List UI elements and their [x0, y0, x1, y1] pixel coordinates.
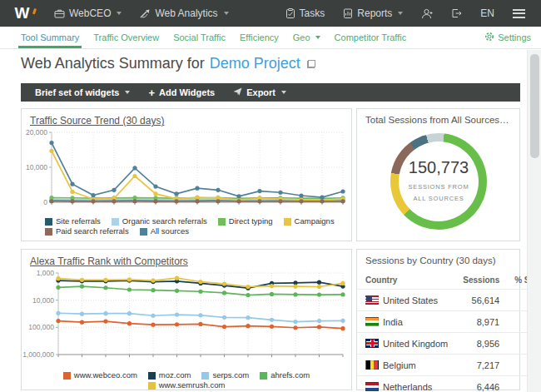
tasks-icon: [285, 8, 295, 18]
export-dropdown[interactable]: Export: [224, 83, 295, 102]
add-widgets-label: Add Widgets: [159, 87, 215, 97]
legend-swatch: [112, 218, 119, 226]
navbar-right: Tasks Reports EN: [278, 0, 541, 27]
table-row: Belgium7,2178.18%: [357, 355, 541, 376]
alexa-rank-chart: 1,00010,000100,0001,000,000: [22, 268, 348, 366]
tab-label: Efficiency: [240, 32, 279, 42]
legend-swatch: [260, 372, 267, 380]
logout-icon: [451, 8, 462, 18]
legend-item[interactable]: Direct typing: [218, 216, 273, 226]
traffic-source-trend-chart: 20,00010,0000: [22, 127, 348, 212]
legend-label: moz.com: [159, 370, 191, 380]
page-title-text: Web Analytics Summary for: [21, 55, 205, 72]
us-flag-icon: [365, 295, 379, 305]
reports-label: Reports: [357, 7, 392, 19]
legend-swatch: [218, 218, 226, 226]
widget-set-label: Brief set of widgets: [35, 87, 119, 97]
chart-legend: www.webceo.commoz.comserps.comahrefs.com…: [22, 370, 351, 390]
legend-item[interactable]: All sources: [140, 226, 189, 236]
legend-swatch: [45, 228, 52, 236]
traffic-trend-title[interactable]: Traffic Source Trend (30 days): [30, 115, 164, 127]
chevron-down-icon: [224, 12, 229, 15]
country-name: Netherlands: [383, 382, 432, 392]
tab-traffic-overview[interactable]: Traffic Overview: [93, 27, 159, 48]
legend-item[interactable]: Organic search referrals: [112, 216, 207, 226]
widget-set-dropdown[interactable]: Brief set of widgets: [26, 83, 139, 102]
country-name: United States: [383, 295, 438, 305]
web-analytics-menu[interactable]: Web Analytics: [131, 0, 237, 27]
legend-item[interactable]: ahrefs.com: [260, 370, 310, 380]
legend-item[interactable]: serps.com: [201, 370, 249, 380]
chevron-down-icon: [281, 91, 286, 94]
legend-item[interactable]: www.webceo.com: [63, 370, 137, 380]
be-flag-icon: [365, 360, 379, 370]
settings-button[interactable]: Settings: [484, 27, 531, 48]
tab-label: Geo: [293, 32, 310, 42]
tab-competitor-traffic[interactable]: Competitor Traffic: [335, 27, 407, 48]
legend-swatch: [284, 218, 291, 226]
logout-button[interactable]: [444, 0, 469, 27]
top-navbar: W WebCEO Web Analytics Tasks Reports: [0, 0, 541, 27]
legend-item[interactable]: moz.com: [148, 370, 191, 380]
legend-item[interactable]: Site referrals: [45, 216, 101, 226]
legend-label: Organic search referrals: [122, 216, 207, 226]
legend-item[interactable]: Campaigns: [284, 216, 335, 226]
page-scrollbar[interactable]: [527, 50, 541, 392]
tab-geo[interactable]: Geo: [293, 27, 320, 48]
menu-button[interactable]: [505, 0, 533, 27]
open-project-icon[interactable]: [307, 60, 315, 68]
svg-text:20,000: 20,000: [26, 128, 47, 136]
sessions-by-country-widget: Sessions by Country (30 days) CountrySes…: [356, 249, 520, 390]
reports-button[interactable]: Reports: [335, 0, 410, 27]
user-icon: [421, 8, 433, 19]
country-cell: Belgium: [357, 355, 454, 376]
add-widgets-button[interactable]: + Add Widgets: [139, 83, 224, 102]
language-selector[interactable]: EN: [473, 0, 502, 27]
tab-efficiency[interactable]: Efficiency: [240, 27, 279, 48]
table-row: India8,97110.17%: [357, 311, 541, 333]
country-table-header: CountrySessions% Sessions: [357, 272, 541, 290]
project-link[interactable]: Demo Project: [210, 55, 300, 72]
reports-icon: [343, 8, 353, 18]
country-name: Belgium: [383, 360, 416, 370]
sessions-cell: 56,614: [454, 290, 506, 311]
legend-label: serps.com: [212, 370, 249, 380]
settings-label: Settings: [498, 32, 531, 42]
legend-item[interactable]: www.semrush.com: [148, 380, 226, 390]
country-cell: Netherlands: [357, 376, 454, 392]
svg-text:1,000: 1,000: [37, 269, 55, 277]
tasks-button[interactable]: Tasks: [278, 0, 333, 27]
total-sessions-caption: SESSIONS FROM ALL SOURCES: [390, 181, 487, 206]
legend-swatch: [148, 382, 156, 390]
chart-legend: Site referralsOrganic search referralsDi…: [22, 216, 351, 236]
export-icon: [233, 87, 242, 97]
sessions-cell: 8,956: [454, 333, 506, 355]
plus-icon: +: [148, 87, 155, 98]
donut-center: 150,773 SESSIONS FROM ALL SOURCES: [390, 158, 487, 206]
logo-letter: W: [15, 4, 31, 22]
webceo-logo[interactable]: W: [0, 4, 45, 22]
sessions-cell: 6,446: [454, 376, 506, 392]
webceo-menu[interactable]: WebCEO: [45, 0, 131, 27]
table-row: United States56,61464.19%: [357, 290, 541, 311]
table-row: Netherlands6,4467.31%: [357, 376, 541, 392]
svg-text:1,000,000: 1,000,000: [22, 350, 54, 359]
user-button[interactable]: [414, 0, 440, 27]
legend-swatch: [201, 372, 209, 380]
alexa-rank-widget: Alexa Traffic Rank with Competitors 1,00…: [21, 249, 352, 390]
tab-label: Traffic Overview: [93, 32, 159, 42]
tab-social-traffic[interactable]: Social Traffic: [173, 27, 226, 48]
donut-chart: 150,773 SESSIONS FROM ALL SOURCES: [357, 128, 521, 236]
svg-text:100,000: 100,000: [28, 323, 54, 331]
tab-tool-summary[interactable]: Tool Summary: [21, 27, 79, 48]
legend-label: www.webceo.com: [74, 370, 137, 380]
legend-item[interactable]: Paid search referrals: [45, 226, 129, 236]
legend-label: Site referrals: [56, 216, 101, 226]
gb-flag-icon: [365, 339, 379, 348]
total-sessions-widget: Total Sessions from All Sources… 150,773…: [356, 108, 520, 241]
language-label: EN: [480, 7, 494, 19]
country-cell: United Kingdom: [357, 333, 454, 355]
country-table: CountrySessions% Sessions United States5…: [357, 272, 541, 392]
scrollbar-thumb[interactable]: [530, 54, 539, 158]
alexa-rank-title[interactable]: Alexa Traffic Rank with Competitors: [30, 256, 188, 267]
